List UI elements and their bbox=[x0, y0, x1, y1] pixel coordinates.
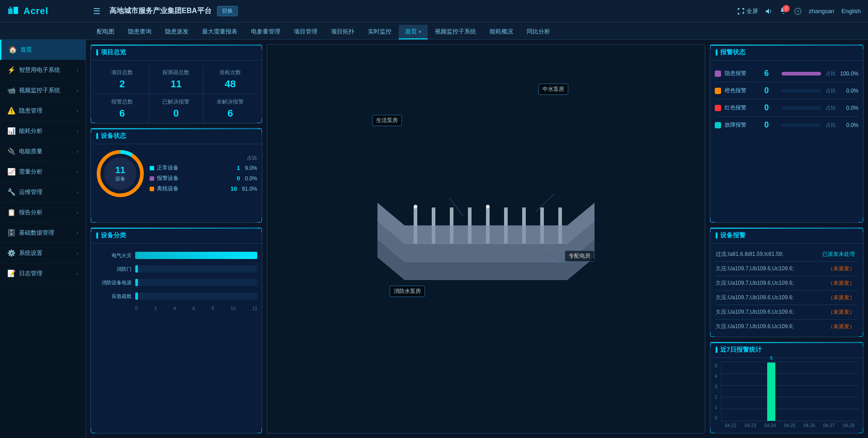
sidebar-item-电能质量[interactable]: 🔌 电能质量 › bbox=[0, 141, 85, 162]
chevron-right-icon: › bbox=[77, 271, 78, 276]
alarm-list-status: （未派发） bbox=[825, 322, 858, 331]
sidebar-item-label: 能耗分析 bbox=[19, 127, 42, 135]
sidebar-item-需量分析[interactable]: 📈 需量分析 › bbox=[0, 162, 85, 182]
sidebar: 🏠 首页 ⚡ 智慧用电子系统 ›📹 视频监控子系统 ›⚠️ 隐患管理 ›📊 能耗… bbox=[0, 40, 86, 438]
svg-rect-22 bbox=[450, 207, 453, 226]
nav-tab-能耗概况[interactable]: 能耗概况 bbox=[483, 25, 519, 39]
device-alarm-row: 欠压:Ua109.7,Ub109.6,Uc109.6; （未派发） bbox=[716, 291, 858, 305]
alarm-list-text: 欠压:Ua109.7,Ub109.6,Uc109.6; bbox=[716, 308, 825, 316]
sidebar-item-label: 日志管理 bbox=[19, 269, 42, 278]
sidebar-item-label: 运维管理 bbox=[19, 188, 42, 196]
alarm-status-row-故障报警: 故障报警 0 占比 0.0% bbox=[715, 117, 859, 133]
building-3d: 生活泵房 中水泵房 消防水泵房 专配电房 bbox=[267, 45, 705, 433]
chevron-right-icon: › bbox=[77, 149, 78, 154]
nav-tab-首页[interactable]: 首页× bbox=[399, 25, 428, 39]
sidebar-item-智慧用电子系统[interactable]: ⚡ 智慧用电子系统 › bbox=[0, 60, 85, 80]
v-bar-group bbox=[781, 363, 799, 421]
svg-point-29 bbox=[414, 205, 417, 208]
nav-tab-配电图[interactable]: 配电图 bbox=[90, 25, 121, 39]
alarm-bar-fill bbox=[782, 72, 821, 75]
label-xiaofangbengfang: 消防水泵房 bbox=[390, 286, 425, 297]
x-label: 04-24 bbox=[764, 423, 776, 428]
center-3d-panel: 生活泵房 中水泵房 消防水泵房 专配电房 bbox=[267, 44, 705, 433]
sidebar-item-首页[interactable]: 🏠 首页 bbox=[0, 40, 85, 60]
chevron-right-icon: › bbox=[77, 88, 78, 93]
alarm-bar-track bbox=[782, 106, 821, 110]
donut-chart: 11 设备 bbox=[95, 149, 145, 198]
x-axis: 04-2204-2304-2404-2504-2604-2704-28 bbox=[721, 423, 859, 428]
svg-rect-13 bbox=[450, 226, 453, 244]
x-label: 04-28 bbox=[843, 423, 854, 428]
h-grid-line bbox=[722, 409, 859, 409]
axis-label: 10 bbox=[231, 306, 236, 311]
proj-item-未解决报警: 未解决报警 6 bbox=[203, 94, 257, 123]
v-bar-group bbox=[744, 363, 762, 421]
sidebar-item-日志管理[interactable]: 📝 日志管理 › bbox=[0, 264, 85, 284]
label-shenghuobengfang: 生活泵房 bbox=[372, 115, 402, 126]
alarm-list-status: （未派发） bbox=[825, 264, 858, 273]
nav-tab-最大需量报表[interactable]: 最大需量报表 bbox=[196, 25, 244, 39]
nav-tab-隐患派发[interactable]: 隐患派发 bbox=[159, 25, 195, 39]
device-category-header: 设备分类 bbox=[91, 228, 262, 244]
chevron-right-icon: › bbox=[77, 251, 78, 256]
sidebar-icon: 🔧 bbox=[7, 188, 15, 196]
help-button[interactable]: ? bbox=[794, 8, 802, 15]
y-label: 0 bbox=[715, 415, 717, 420]
fullscreen-button[interactable]: 全屏 bbox=[737, 7, 758, 15]
sidebar-item-报告分析[interactable]: 📋 报告分析 › bbox=[0, 203, 85, 223]
svg-line-32 bbox=[536, 194, 554, 212]
sidebar-item-能耗分析[interactable]: 📊 能耗分析 › bbox=[0, 121, 85, 141]
nav-tab-同比分析[interactable]: 同比分析 bbox=[520, 25, 557, 39]
device-alarm-row: 欠压:Ua109.7,Ub109.6,Uc109.6; （未派发） bbox=[716, 320, 858, 334]
language-selector[interactable]: English bbox=[841, 8, 861, 14]
sidebar-item-系统设置[interactable]: ⚙️ 系统设置 › bbox=[0, 243, 85, 264]
bar-track: 11 bbox=[135, 252, 257, 259]
alarm-list-text: 欠压:Ua109.7,Ub109.6,Uc109.6; bbox=[716, 279, 825, 287]
alarm-color-block bbox=[715, 71, 721, 77]
alarm-list-text: 欠压:Ua109.7,Ub109.6,Uc109.6; bbox=[716, 294, 825, 301]
sidebar-item-基础数据管理[interactable]: 🗄️ 基础数据管理 › bbox=[0, 223, 85, 243]
fullscreen-label: 全屏 bbox=[746, 7, 758, 15]
device-alarm-row: 欠压:Ua109.7,Ub109.6,Uc109.6; （未派发） bbox=[716, 305, 858, 320]
sidebar-icon: 🗄️ bbox=[7, 229, 15, 237]
hamburger-icon[interactable]: ☰ bbox=[93, 6, 100, 16]
tab-close-icon[interactable]: × bbox=[419, 29, 421, 34]
sidebar-item-隐患管理[interactable]: ⚠️ 隐患管理 › bbox=[0, 101, 85, 121]
logo-icon bbox=[7, 5, 20, 18]
project-overview-panel: 项目总览 项目总数 2探测器总数 11巡检次数 48报警总数 6已解决报警 0未… bbox=[90, 44, 262, 123]
device-alarm-content: 过流:Ia81.6,Ib81.59,Ic81.59; 已派发未处理 欠压:Ua1… bbox=[710, 244, 863, 337]
nav-tab-隐患查询[interactable]: 隐患查询 bbox=[122, 25, 158, 39]
chevron-right-icon: › bbox=[77, 68, 78, 73]
nav-tab-项目管理[interactable]: 项目管理 bbox=[288, 25, 324, 39]
alarm-list-status: （未派发） bbox=[825, 293, 858, 302]
volume-button[interactable] bbox=[765, 8, 773, 15]
sidebar-icon: 🏠 bbox=[9, 46, 17, 54]
nav-tab-实时监控[interactable]: 实时监控 bbox=[362, 25, 398, 39]
svg-text:?: ? bbox=[797, 9, 799, 14]
notification-count: 0 bbox=[783, 5, 790, 12]
svg-rect-16 bbox=[504, 226, 508, 244]
device-category-content: 电气火灾 11 消防门 消防设备电源 应急疏散 024681011 bbox=[91, 244, 262, 316]
sidebar-item-label: 智慧用电子系统 bbox=[19, 66, 60, 74]
x-label: 04-22 bbox=[725, 423, 737, 428]
alarm-list-text: 欠压:Ua109.7,Ub109.6,Uc109.6; bbox=[716, 323, 825, 330]
nav-tab-视频监控子系统[interactable]: 视频监控子系统 bbox=[429, 25, 482, 39]
sidebar-item-运维管理[interactable]: 🔧 运维管理 › bbox=[0, 182, 85, 203]
alarm-status-panel: 报警状态 隐患报警 6 占比 100.0% 橙色报警 0 占比 0.0% 红色报… bbox=[710, 44, 863, 223]
switch-button[interactable]: 切换 bbox=[217, 6, 238, 16]
bar-track bbox=[135, 292, 257, 300]
device-cat-bar-电气火灾: 电气火灾 11 bbox=[95, 252, 257, 259]
proj-item-项目总数: 项目总数 2 bbox=[95, 65, 149, 94]
chart-7day-panel: 近7日报警统计 543210 bbox=[710, 342, 863, 433]
axis-label: 6 bbox=[193, 306, 195, 311]
bar-container: 5 bbox=[721, 363, 859, 421]
top-bar: Acrel ☰ 高地城市服务产业集团EBA平台 切换 全屏 0 ? bbox=[0, 0, 868, 23]
nav-tab-项目拓扑[interactable]: 项目拓扑 bbox=[325, 25, 361, 39]
sidebar-item-label: 基础数据管理 bbox=[19, 229, 54, 237]
notification-bell[interactable]: 0 bbox=[780, 7, 787, 15]
nav-tab-电参量管理[interactable]: 电参量管理 bbox=[245, 25, 287, 39]
axis-label: 0 bbox=[135, 306, 138, 311]
h-grid-line bbox=[722, 385, 859, 386]
sidebar-item-视频监控子系统[interactable]: 📹 视频监控子系统 › bbox=[0, 80, 85, 101]
legend-row-正常设备: 正常设备 1 9.0% bbox=[150, 164, 257, 172]
